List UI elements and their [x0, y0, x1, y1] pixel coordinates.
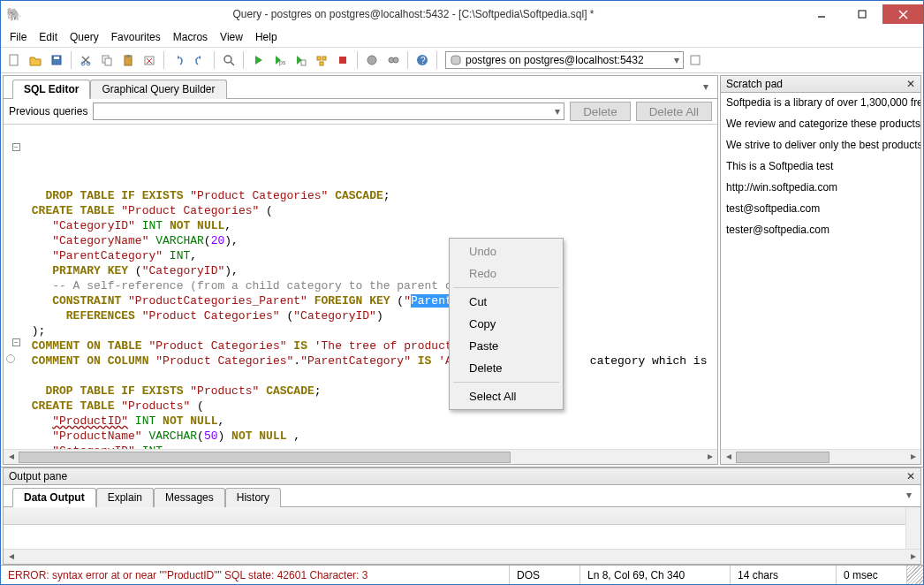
- svg-rect-20: [317, 57, 321, 60]
- svg-point-16: [224, 56, 231, 63]
- svg-text:ps: ps: [279, 59, 285, 66]
- window-title: Query - postgres on postgres@localhost:5…: [26, 8, 801, 20]
- copy-button[interactable]: [97, 50, 117, 70]
- clear-button[interactable]: [140, 50, 159, 70]
- execute-file-button[interactable]: [291, 50, 310, 70]
- ctx-cut[interactable]: Cut: [451, 291, 561, 313]
- scroll-left-icon[interactable]: ◂: [4, 550, 19, 565]
- undo-button[interactable]: [169, 50, 188, 70]
- database-icon: [450, 54, 462, 66]
- fold-marker-icon[interactable]: −: [12, 338, 20, 346]
- scratch-pad-header: Scratch pad ✕: [721, 76, 920, 93]
- menu-file[interactable]: File: [4, 29, 32, 45]
- svg-rect-10: [105, 58, 111, 65]
- menu-help[interactable]: Help: [250, 29, 283, 45]
- menu-edit[interactable]: Edit: [34, 29, 63, 45]
- save-button[interactable]: [47, 50, 66, 70]
- chevron-down-icon: ▾: [674, 54, 679, 66]
- output-tabs-options-icon[interactable]: ▾: [901, 487, 917, 506]
- paste-button[interactable]: [118, 50, 138, 70]
- previous-queries-label: Previous queries: [9, 105, 87, 118]
- delete-all-queries-button[interactable]: Delete All: [636, 102, 712, 121]
- scratch-hscrollbar[interactable]: ◂ ▸: [721, 449, 920, 464]
- execute-button[interactable]: [248, 50, 268, 70]
- svg-rect-4: [10, 55, 18, 65]
- menu-favourites[interactable]: Favourites: [106, 29, 166, 45]
- explain-button[interactable]: [312, 50, 331, 70]
- svg-point-26: [393, 57, 398, 63]
- delete-query-button[interactable]: Delete: [570, 102, 631, 121]
- scratch-pad-title: Scratch pad: [726, 78, 783, 90]
- output-tab-data[interactable]: Data Output: [12, 488, 96, 507]
- context-menu: Undo Redo Cut Copy Paste Delete Select A…: [449, 238, 564, 410]
- scratch-line: We strive to deliver only the best produ…: [726, 139, 915, 151]
- scratch-line: http://win.softpedia.com: [726, 181, 915, 194]
- svg-rect-19: [301, 60, 306, 65]
- ctx-select-all[interactable]: Select All: [451, 385, 561, 407]
- ctx-paste[interactable]: Paste: [451, 335, 561, 357]
- new-file-button[interactable]: [4, 50, 24, 70]
- open-file-button[interactable]: [26, 50, 45, 70]
- help-button[interactable]: ?: [413, 50, 432, 70]
- output-hscrollbar[interactable]: ◂ ▸: [4, 549, 920, 564]
- favourites-manage-button[interactable]: [383, 50, 403, 70]
- code-editor[interactable]: − − DROP TABLE IF EXISTS "Product Catego…: [4, 125, 717, 449]
- output-tab-explain[interactable]: Explain: [96, 488, 154, 507]
- scroll-right-icon[interactable]: ▸: [905, 550, 920, 565]
- app-icon: 🐘: [6, 7, 20, 21]
- minimize-button[interactable]: [801, 4, 842, 24]
- scroll-left-icon[interactable]: ◂: [4, 450, 19, 465]
- editor-hscrollbar[interactable]: ◂ ▸: [4, 449, 717, 464]
- chevron-down-icon: ▾: [551, 105, 564, 118]
- scratch-pad-body[interactable]: Softpedia is a library of over 1,300,000…: [721, 93, 920, 449]
- connection-combo[interactable]: postgres on postgres@localhost:5432 ▾: [445, 51, 684, 69]
- tabs-options-icon[interactable]: ▾: [698, 79, 714, 98]
- window-titlebar: 🐘 Query - postgres on postgres@localhost…: [1, 1, 923, 27]
- ctx-redo[interactable]: Redo: [451, 262, 561, 285]
- menubar: File Edit Query Favourites Macros View H…: [1, 27, 923, 47]
- cancel-button[interactable]: [333, 50, 352, 70]
- svg-rect-30: [691, 56, 700, 65]
- scroll-right-icon[interactable]: ▸: [905, 450, 920, 465]
- menu-view[interactable]: View: [215, 29, 248, 45]
- connection-label: postgres on postgres@localhost:5432: [466, 54, 644, 66]
- previous-queries-combo[interactable]: ▾: [93, 103, 564, 120]
- status-selection: 14 chars: [731, 566, 837, 584]
- status-time: 0 msec: [837, 566, 907, 584]
- resize-grip-icon[interactable]: [907, 566, 923, 584]
- output-vscrollbar[interactable]: [905, 507, 920, 549]
- breakpoint-gutter-icon[interactable]: [6, 354, 15, 363]
- svg-rect-22: [320, 62, 323, 65]
- cut-button[interactable]: [76, 50, 95, 70]
- maximize-button[interactable]: [842, 4, 882, 24]
- svg-line-17: [231, 62, 234, 65]
- ctx-undo[interactable]: Undo: [451, 240, 561, 262]
- tab-gqb[interactable]: Graphical Query Builder: [90, 80, 226, 99]
- scroll-right-icon[interactable]: ▸: [702, 450, 717, 465]
- tab-sql-editor[interactable]: SQL Editor: [12, 80, 90, 99]
- toolbar-separator: [436, 51, 437, 69]
- output-tab-messages[interactable]: Messages: [154, 488, 225, 507]
- svg-rect-1: [859, 11, 866, 18]
- svg-point-24: [367, 56, 376, 65]
- menu-query[interactable]: Query: [64, 29, 104, 45]
- close-button[interactable]: [882, 4, 923, 24]
- svg-rect-23: [339, 57, 346, 64]
- output-pane-header: Output pane ✕: [4, 468, 920, 485]
- redo-button[interactable]: [190, 50, 209, 70]
- menu-macros[interactable]: Macros: [168, 29, 213, 45]
- new-connection-button[interactable]: [685, 50, 705, 70]
- close-icon[interactable]: ✕: [906, 78, 915, 90]
- ctx-copy[interactable]: Copy: [451, 313, 561, 335]
- fold-marker-icon[interactable]: −: [12, 143, 20, 151]
- find-button[interactable]: [219, 50, 239, 70]
- status-mode: DOS: [510, 566, 580, 584]
- close-icon[interactable]: ✕: [906, 470, 915, 482]
- scratch-line: tester@softpedia.com: [726, 224, 915, 236]
- output-tab-history[interactable]: History: [225, 488, 281, 507]
- output-grid-header: [4, 507, 905, 525]
- execute-pgscript-button[interactable]: ps: [269, 50, 289, 70]
- favourites-add-button[interactable]: [362, 50, 382, 70]
- scroll-left-icon[interactable]: ◂: [721, 450, 736, 465]
- ctx-delete[interactable]: Delete: [451, 357, 561, 379]
